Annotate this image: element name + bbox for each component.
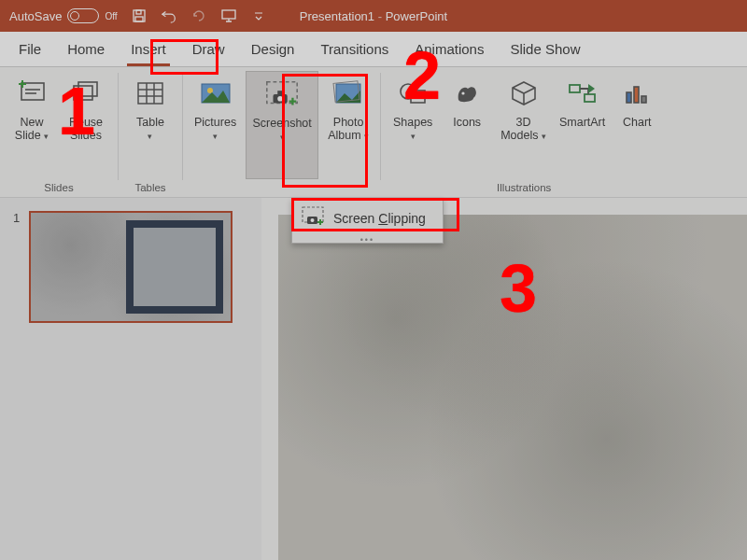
reuse-slides-label: ReuseSlides — [69, 116, 103, 143]
new-slide-button[interactable]: NewSlide ▾ — [7, 71, 56, 179]
3d-models-button[interactable]: 3DModels ▾ — [497, 71, 550, 179]
group-illustrations: Shapes▾ Icons 3DModels ▾ SmartArt — [381, 67, 667, 197]
table-label: Table — [136, 116, 164, 129]
svg-rect-18 — [277, 91, 283, 95]
autosave-switch[interactable] — [67, 8, 99, 23]
chart-icon — [618, 75, 655, 112]
chart-button[interactable]: Chart — [614, 71, 659, 179]
group-illustrations-label: Illustrations — [497, 179, 551, 195]
save-icon[interactable] — [131, 7, 148, 24]
tab-transitions[interactable]: Transitions — [307, 34, 402, 66]
doc-name: Presentation1 — [300, 9, 374, 23]
svg-rect-25 — [570, 85, 580, 92]
screenshot-label: Screenshot — [253, 117, 312, 130]
icons-icon — [448, 75, 486, 112]
work-area: 1 — [0, 198, 747, 560]
svg-rect-27 — [627, 92, 631, 103]
smartart-icon — [564, 75, 601, 112]
reuse-slides-icon — [67, 75, 105, 112]
svg-rect-9 — [138, 83, 162, 104]
group-slides: NewSlide ▾ ReuseSlides Slides — [0, 67, 118, 197]
tab-insert[interactable]: Insert — [118, 34, 179, 66]
screenshot-icon — [263, 76, 301, 113]
svg-rect-8 — [78, 82, 97, 96]
table-button[interactable]: Table▾ — [126, 71, 175, 179]
qat-more-icon[interactable] — [250, 7, 267, 24]
thumb-content-box — [126, 220, 223, 314]
shapes-button[interactable]: Shapes▾ — [388, 71, 437, 179]
svg-rect-29 — [641, 96, 646, 103]
screenshot-dropdown: Screen Clipping ••• — [291, 198, 444, 244]
slide-canvas[interactable] — [278, 215, 747, 560]
autosave-toggle[interactable]: AutoSave Off — [9, 8, 118, 23]
slide-canvas-area — [261, 198, 747, 560]
screen-clipping-icon — [302, 206, 324, 230]
tab-draw[interactable]: Draw — [179, 34, 238, 66]
new-slide-icon — [13, 75, 50, 112]
pictures-label: Pictures — [194, 116, 236, 129]
svg-rect-4 — [21, 83, 44, 100]
ribbon-tabs: File Home Insert Draw Design Transitions… — [0, 32, 747, 67]
ribbon: NewSlide ▾ ReuseSlides Slides Table▾ Tab… — [0, 67, 747, 198]
svg-rect-1 — [136, 10, 141, 14]
cube-icon — [505, 75, 543, 112]
app-name: PowerPoint — [386, 9, 447, 23]
svg-rect-3 — [222, 10, 235, 19]
svg-point-22 — [401, 84, 416, 99]
svg-point-32 — [311, 218, 315, 222]
svg-point-19 — [277, 96, 283, 102]
slideshow-from-start-icon[interactable] — [220, 7, 237, 24]
group-tables: Table▾ Tables — [119, 67, 182, 197]
tab-file[interactable]: File — [6, 34, 54, 66]
thumbnail-row-1[interactable]: 1 — [13, 211, 248, 323]
smartart-button[interactable]: SmartArt — [556, 71, 609, 179]
slide-thumbnail-panel: 1 — [0, 198, 261, 560]
group-images: Pictures▾ Screenshot▾ PhotoAlbum ▾ . — [183, 67, 380, 197]
redo-icon[interactable] — [190, 7, 207, 24]
tab-slideshow[interactable]: Slide Show — [497, 34, 593, 66]
photo-album-icon — [330, 75, 367, 112]
autosave-label: AutoSave — [9, 9, 62, 23]
svg-rect-2 — [135, 17, 143, 21]
slide-thumbnail-1[interactable] — [29, 211, 233, 323]
photo-album-button[interactable]: PhotoAlbum ▾ — [324, 71, 373, 179]
photo-album-label: PhotoAlbum ▾ — [328, 116, 369, 143]
3d-models-label: 3DModels ▾ — [500, 116, 546, 143]
dropdown-grip[interactable]: ••• — [292, 237, 443, 243]
pictures-button[interactable]: Pictures▾ — [190, 71, 240, 179]
table-icon — [132, 75, 169, 112]
tab-home[interactable]: Home — [54, 34, 118, 66]
autosave-state: Off — [105, 11, 117, 21]
tab-animations[interactable]: Animations — [402, 34, 497, 66]
screenshot-button[interactable]: Screenshot▾ — [246, 71, 318, 179]
screen-clipping-label: Screen Clipping — [333, 211, 426, 226]
svg-point-24 — [462, 91, 465, 94]
quick-access-toolbar — [131, 7, 267, 24]
shapes-label: Shapes — [393, 116, 432, 129]
svg-rect-26 — [585, 94, 595, 102]
svg-rect-7 — [74, 86, 92, 100]
thumb-number-1: 1 — [13, 211, 20, 323]
pictures-icon — [197, 75, 234, 112]
screen-clipping-item[interactable]: Screen Clipping — [292, 199, 443, 237]
chart-label: Chart — [623, 116, 652, 129]
tab-design[interactable]: Design — [238, 34, 308, 66]
shapes-icon — [394, 75, 431, 112]
group-slides-label: Slides — [44, 179, 73, 195]
icons-button[interactable]: Icons — [443, 71, 491, 179]
autosave-knob — [70, 11, 79, 21]
undo-icon[interactable] — [161, 7, 177, 24]
icons-label: Icons — [453, 116, 481, 129]
smartart-label: SmartArt — [559, 116, 605, 129]
title-bar: AutoSave Off Presentation1 - PowerPoint — [0, 0, 747, 32]
group-tables-label: Tables — [134, 179, 165, 195]
reuse-slides-button[interactable]: ReuseSlides — [62, 71, 110, 179]
svg-point-15 — [207, 88, 213, 93]
new-slide-label: NewSlide ▾ — [15, 116, 49, 143]
svg-rect-28 — [634, 87, 639, 103]
